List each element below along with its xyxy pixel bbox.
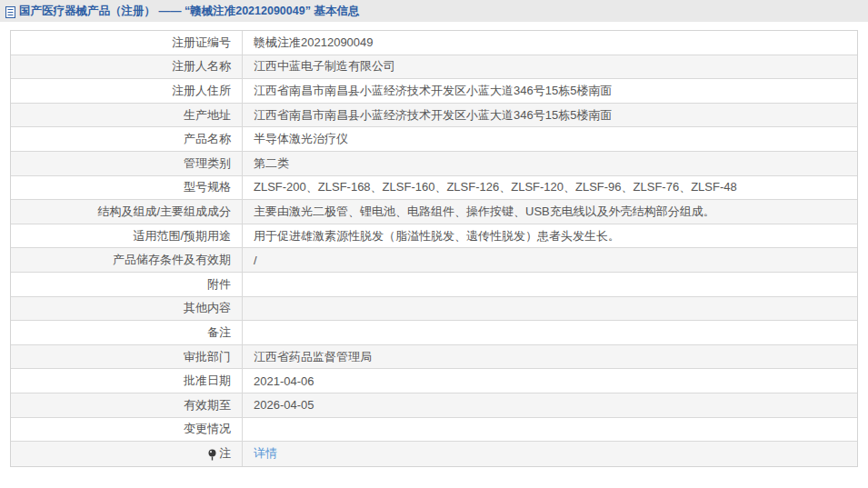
field-value: 江西省药品监督管理局 (243, 349, 857, 365)
field-label-text: 注 (219, 445, 231, 462)
table-row: 管理类别 第二类 (11, 152, 857, 176)
table-row: 变更情况 (11, 418, 857, 443)
table-row: 注册证编号 赣械注准20212090049 (11, 31, 857, 55)
field-label: 产品储存条件及有效期 (11, 248, 243, 272)
table-row: 注册人名称 江西中蓝电子制造有限公司 (11, 55, 857, 80)
field-value: 赣械注准20212090049 (243, 35, 857, 51)
field-label: 附件 (11, 273, 243, 296)
field-value: ZLSF-200、ZLSF-168、ZLSF-160、ZLSF-126、ZLSF… (243, 179, 857, 195)
field-value: 江西中蓝电子制造有限公司 (243, 58, 857, 75)
field-value: / (243, 254, 857, 267)
table-row: 型号规格 ZLSF-200、ZLSF-168、ZLSF-160、ZLSF-126… (11, 176, 857, 201)
pin-icon (208, 449, 216, 461)
field-label: 审批部门 (11, 345, 243, 369)
table-row: 适用范围/预期用途 用于促进雄激素源性脱发（脂溢性脱发、遗传性脱发）患者头发生长… (11, 224, 857, 249)
field-value: 江西省南昌市南昌县小蓝经济技术开发区小蓝大道346号15栋5楼南面 (243, 107, 857, 124)
field-label: 注册人住所 (11, 79, 243, 103)
page-header: 国产医疗器械产品（注册） —— “赣械注准20212090049” 基本信息 (0, 0, 868, 22)
table-row: 注册人住所 江西省南昌市南昌县小蓝经济技术开发区小蓝大道346号15栋5楼南面 (11, 79, 857, 104)
field-label: 型号规格 (11, 176, 243, 200)
table-row: 附件 (11, 273, 857, 297)
field-label: 适用范围/预期用途 (11, 224, 243, 248)
table-row: 备注 (11, 321, 857, 345)
field-label: 其他内容 (11, 297, 243, 321)
field-label: 注册证编号 (11, 31, 243, 55)
field-label: 结构及组成/主要组成成分 (11, 200, 243, 224)
table-row: 有效期至 2026-04-05 (11, 393, 857, 418)
detail-link[interactable]: 详情 (254, 446, 277, 460)
field-value: 详情 (243, 445, 857, 462)
table-row: 结构及组成/主要组成成分 主要由激光二极管、锂电池、电路组件、操作按键、USB充… (11, 200, 857, 224)
table-row: 产品储存条件及有效期 / (11, 248, 857, 273)
field-value: 2021-04-06 (243, 374, 857, 388)
field-label: 有效期至 (11, 393, 243, 417)
field-label: 注 (11, 442, 243, 466)
table-row: 审批部门 江西省药品监督管理局 (11, 345, 857, 370)
table-row: 生产地址 江西省南昌市南昌县小蓝经济技术开发区小蓝大道346号15栋5楼南面 (11, 104, 857, 128)
table-row-note: 注 详情 (11, 442, 857, 466)
page-title: 国产医疗器械产品（注册） —— “赣械注准20212090049” 基本信息 (19, 4, 359, 19)
table-row: 产品名称 半导体激光治疗仪 (11, 127, 857, 152)
field-value: 用于促进雄激素源性脱发（脂溢性脱发、遗传性脱发）患者头发生长。 (243, 228, 857, 244)
field-label: 批准日期 (11, 369, 243, 393)
field-label: 管理类别 (11, 152, 243, 175)
table-row: 批准日期 2021-04-06 (11, 369, 857, 393)
document-icon (5, 5, 15, 17)
field-label: 产品名称 (11, 127, 243, 151)
field-value: 2026-04-05 (243, 398, 857, 412)
field-label: 生产地址 (11, 104, 243, 127)
field-label: 变更情况 (11, 418, 243, 442)
field-value: 江西省南昌市南昌县小蓝经济技术开发区小蓝大道346号15栋5楼南面 (243, 83, 857, 99)
field-value: 半导体激光治疗仪 (243, 131, 857, 147)
field-label: 备注 (11, 321, 243, 344)
field-value: 主要由激光二极管、锂电池、电路组件、操作按键、USB充电线以及外壳结构部分组成。 (243, 204, 857, 220)
table-row: 其他内容 (11, 297, 857, 322)
field-label: 注册人名称 (11, 55, 243, 79)
registration-info-table: 注册证编号 赣械注准20212090049 注册人名称 江西中蓝电子制造有限公司… (10, 30, 858, 467)
field-value: 第二类 (243, 155, 857, 172)
